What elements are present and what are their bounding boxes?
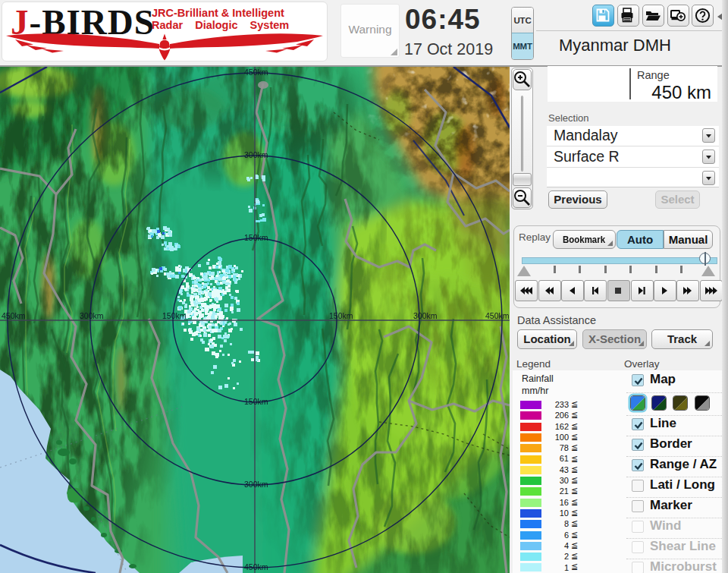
svg-text:450km: 450km <box>2 311 26 320</box>
svg-text:300km: 300km <box>413 311 438 320</box>
svg-text:450km: 450km <box>244 562 268 571</box>
svg-text:450km: 450km <box>485 311 510 320</box>
svg-text:150km: 150km <box>329 311 353 320</box>
svg-text:150km: 150km <box>244 233 268 242</box>
svg-text:150km: 150km <box>244 397 268 406</box>
svg-text:300km: 300km <box>244 150 268 159</box>
svg-text:300km: 300km <box>80 311 104 320</box>
svg-text:150km: 150km <box>162 311 187 320</box>
svg-text:450km: 450km <box>244 68 268 77</box>
svg-text:300km: 300km <box>244 480 268 489</box>
